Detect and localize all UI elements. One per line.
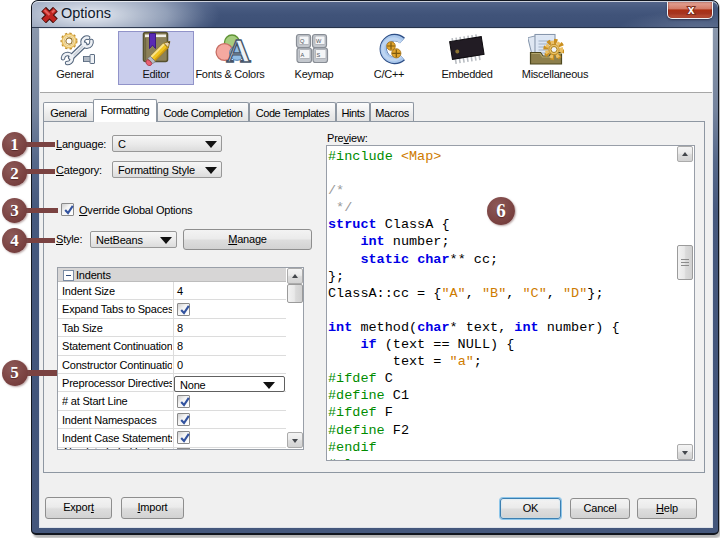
svg-text:x: x bbox=[688, 3, 695, 17]
svg-text:Q: Q bbox=[300, 38, 305, 44]
svg-text:A: A bbox=[301, 52, 305, 58]
svg-text:S: S bbox=[317, 52, 321, 58]
svg-text:A: A bbox=[226, 32, 251, 64]
svg-text:W: W bbox=[316, 38, 322, 44]
